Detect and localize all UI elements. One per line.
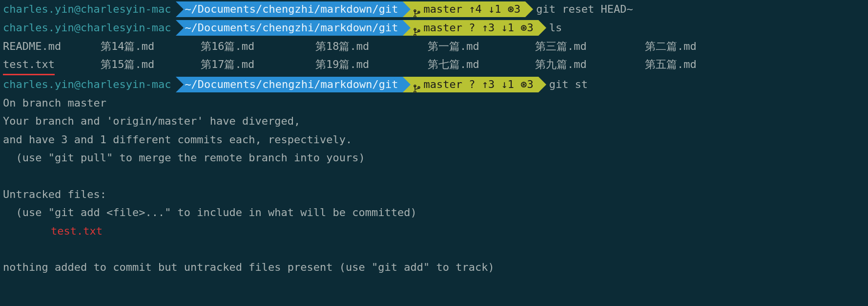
status-blank [0, 167, 868, 185]
user-host-segment: charles.yin@charlesyin-mac [0, 1, 176, 17]
status-line: Untracked files: [0, 185, 868, 203]
path-segment: ~/Documents/chengzhi/markdown/git [176, 20, 403, 36]
command-text[interactable]: git reset HEAD~ [525, 1, 638, 17]
untracked-file: test.txt [0, 222, 868, 240]
branch-text: master ? ↑3 ↓1 ⊛3 [423, 75, 533, 93]
status-line: On branch master [0, 94, 868, 112]
user-host-segment: charles.yin@charlesyin-mac [0, 20, 176, 36]
branch-segment: master ? ↑3 ↓1 ⊛3 [403, 20, 538, 36]
status-line: and have 3 and 1 different commits each,… [0, 131, 868, 149]
path-segment: ~/Documents/chengzhi/markdown/git [176, 77, 403, 92]
file-item: 第15篇.md [101, 55, 201, 75]
file-item: 第16篇.md [201, 37, 315, 55]
file-item: README.md [3, 37, 101, 55]
prompt-line-2: charles.yin@charlesyin-mac ~/Documents/c… [0, 19, 868, 37]
file-item: 第19篇.md [315, 55, 428, 75]
file-item: 第七篇.md [428, 55, 535, 75]
file-item: 第14篇.md [101, 37, 201, 55]
ls-output: README.md 第14篇.md 第16篇.md 第18篇.md 第一篇.md… [0, 37, 868, 75]
file-item: 第三篇.md [535, 37, 645, 55]
status-line: Your branch and 'origin/master' have div… [0, 112, 868, 130]
command-text[interactable]: git st [538, 77, 593, 92]
user-host-segment: charles.yin@charlesyin-mac [0, 77, 176, 92]
branch-segment: master ? ↑3 ↓1 ⊛3 [403, 77, 538, 92]
branch-segment: master ↑4 ↓1 ⊛3 [403, 1, 525, 17]
status-line: (use "git pull" to merge the remote bran… [0, 149, 868, 167]
status-blank [0, 240, 868, 258]
branch-text: master ↑4 ↓1 ⊛3 [423, 0, 520, 18]
file-item-highlighted: test.txt [3, 55, 101, 75]
path-segment: ~/Documents/chengzhi/markdown/git [176, 1, 403, 17]
status-line: nothing added to commit but untracked fi… [0, 258, 868, 276]
status-line: (use "git add <file>..." to include in w… [0, 203, 868, 221]
branch-text: master ? ↑3 ↓1 ⊛3 [423, 19, 533, 37]
file-item: 第五篇.md [645, 55, 743, 75]
git-branch-icon [413, 80, 420, 89]
file-item: 第18篇.md [315, 37, 428, 55]
git-branch-icon [413, 23, 420, 32]
file-item: 第17篇.md [201, 55, 315, 75]
prompt-line-1: charles.yin@charlesyin-mac ~/Documents/c… [0, 0, 868, 19]
file-item: 第二篇.md [645, 37, 743, 55]
prompt-line-3: charles.yin@charlesyin-mac ~/Documents/c… [0, 75, 868, 94]
file-item: 第一篇.md [428, 37, 535, 55]
file-item: 第九篇.md [535, 55, 645, 75]
git-branch-icon [413, 5, 420, 14]
